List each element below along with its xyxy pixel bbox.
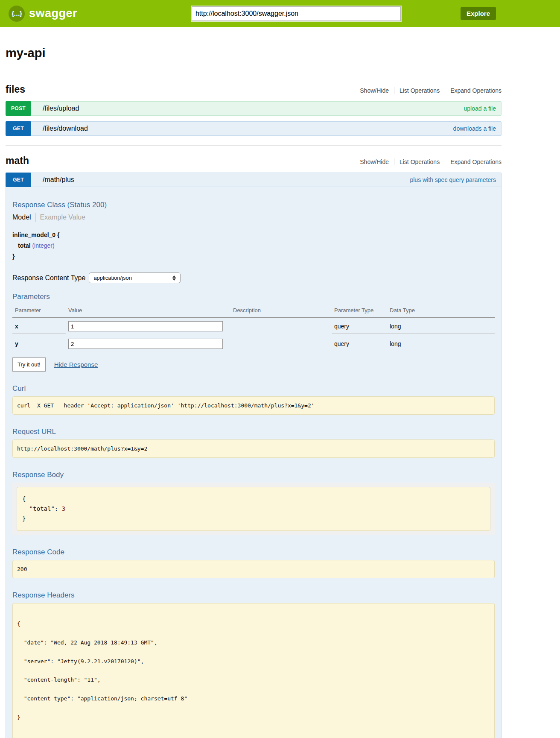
list-operations-link[interactable]: List Operations [400, 87, 440, 94]
response-code-block: 200 [12, 560, 495, 578]
tab-model[interactable]: Model [12, 214, 31, 221]
response-body-heading: Response Body [12, 471, 495, 479]
parameters-heading: Parameters [12, 293, 495, 301]
param-data-type-y: long [387, 337, 495, 351]
resource-files: files Show/Hide List Operations Expand O… [6, 84, 502, 136]
curl-command-block: curl -X GET --header 'Accept: applicatio… [12, 396, 495, 415]
param-description-x [230, 323, 332, 330]
op-summary-downloads-a-file[interactable]: downloads a file [453, 125, 496, 132]
control-separator [394, 87, 394, 94]
model-close-brace: } [12, 253, 495, 260]
try-it-out-button[interactable]: Try it out! [12, 357, 46, 372]
model-signature: inline_model_0 { total (integer) } [12, 231, 495, 260]
col-header-description: Description [230, 305, 332, 318]
tab-separator [35, 213, 36, 222]
param-description-y [230, 340, 332, 347]
response-headers-line: "content-length": "11", [17, 677, 490, 683]
response-class-heading: Response Class (Status 200) [12, 201, 495, 209]
response-content-type-value: application/json [93, 275, 132, 281]
method-badge-post[interactable]: POST [6, 101, 31, 116]
curl-heading: Curl [12, 384, 495, 393]
response-body-container: { "total": 3} [12, 483, 495, 535]
param-type-x: query [332, 319, 387, 334]
op-path-files-upload[interactable]: /files/upload [43, 105, 79, 112]
col-header-parameter-type: Parameter Type [332, 305, 387, 318]
op-detail-panel: Response Class (Status 200) Model Exampl… [6, 187, 502, 738]
response-body-close-brace: } [22, 514, 485, 524]
param-data-type-x: long [387, 319, 495, 334]
method-badge-get[interactable]: GET [6, 173, 31, 187]
response-content-type-label: Response Content Type [12, 274, 85, 282]
response-headers-block: { "date": "Wed, 22 Aug 2018 18:49:13 GMT… [12, 603, 495, 738]
top-header-bar: {…} swagger Explore [0, 0, 560, 27]
response-headers-line: "content-type": "application/json; chars… [17, 696, 490, 702]
page-title: my-api [6, 46, 502, 60]
request-url-block: http://localhost:3000/math/plus?x=1&y=2 [12, 439, 495, 458]
swagger-logo[interactable]: {…} swagger [9, 6, 77, 22]
response-body-key: "total": [29, 505, 58, 512]
response-body-block: { "total": 3} [17, 487, 490, 531]
resource-title-files[interactable]: files [6, 84, 25, 95]
response-body-value: 3 [62, 505, 65, 512]
response-headers-line: "date": "Wed, 22 Aug 2018 18:49:13 GMT", [17, 640, 490, 646]
op-get-math-plus-expanded: GET /math/plus plus with spec query para… [6, 173, 502, 738]
col-header-data-type: Data Type [387, 305, 495, 318]
explore-button[interactable]: Explore [461, 7, 496, 20]
param-type-y: query [332, 337, 387, 351]
show-hide-link[interactable]: Show/Hide [360, 87, 389, 94]
expand-operations-link[interactable]: Expand Operations [450, 158, 502, 165]
tab-example-value[interactable]: Example Value [40, 214, 85, 221]
op-row-get-math-plus[interactable]: GET /math/plus plus with spec query para… [6, 173, 502, 187]
model-field-type: (integer) [32, 242, 54, 249]
response-headers-heading: Response Headers [12, 591, 495, 600]
response-body-open-brace: { [22, 494, 485, 504]
swagger-logo-icon: {…} [9, 6, 25, 22]
expand-operations-link[interactable]: Expand Operations [450, 87, 502, 94]
parameters-table: Parameter Value Description Parameter Ty… [12, 305, 495, 352]
resource-math: math Show/Hide List Operations Expand Op… [6, 155, 502, 738]
param-value-input-y[interactable] [68, 339, 223, 349]
op-summary-upload-a-file[interactable]: upload a file [464, 105, 496, 112]
model-tabs: Model Example Value [12, 213, 495, 222]
resource-title-math[interactable]: math [6, 155, 29, 167]
op-summary-plus-query-params[interactable]: plus with spec query parameters [410, 176, 496, 183]
response-content-type-select[interactable]: application/json [89, 272, 181, 283]
param-name-y: y [12, 337, 66, 351]
method-badge-get[interactable]: GET [6, 121, 31, 136]
control-separator [394, 158, 394, 165]
op-path-math-plus[interactable]: /math/plus [43, 176, 74, 184]
control-separator [445, 158, 445, 165]
control-separator [445, 87, 445, 94]
response-headers-line: { [17, 621, 490, 627]
hide-response-link[interactable]: Hide Response [54, 361, 98, 368]
col-header-value: Value [66, 305, 230, 318]
col-header-parameter: Parameter [12, 305, 66, 318]
select-arrows-icon [172, 275, 176, 281]
op-row-get-files-download[interactable]: GET /files/download downloads a file [6, 121, 502, 136]
spec-url-input[interactable] [192, 6, 401, 21]
show-hide-link[interactable]: Show/Hide [360, 158, 389, 165]
request-url-heading: Request URL [12, 428, 495, 436]
response-headers-line: } [17, 715, 490, 721]
model-name: inline_model_0 { [12, 231, 495, 238]
model-field-name: total [18, 242, 31, 249]
section-divider [6, 145, 502, 146]
param-name-x: x [12, 319, 66, 334]
swagger-logo-text: swagger [29, 7, 77, 20]
list-operations-link[interactable]: List Operations [400, 158, 440, 165]
param-value-input-x[interactable] [68, 321, 223, 331]
response-headers-line: "server": "Jetty(9.2.21.v20170120)", [17, 659, 490, 665]
response-code-heading: Response Code [12, 548, 495, 556]
op-path-files-download[interactable]: /files/download [43, 125, 88, 132]
op-row-post-files-upload[interactable]: POST /files/upload upload a file [6, 101, 502, 116]
